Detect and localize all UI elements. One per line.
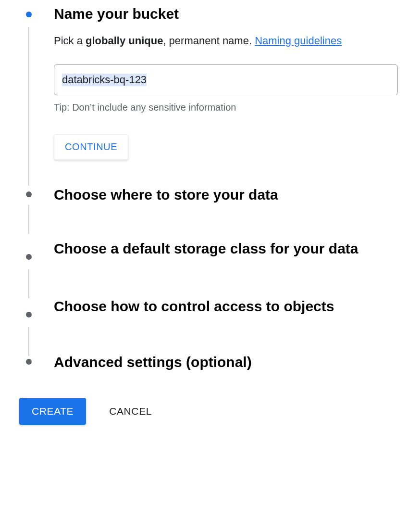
step-title-access[interactable]: Choose how to control access to objects [54, 297, 401, 316]
continue-button[interactable]: CONTINUE [54, 134, 128, 160]
step-location: Choose where to store your data [19, 186, 401, 223]
step-advanced: Advanced settings (optional) [19, 339, 401, 377]
bucket-name-tip: Tip: Don’t include any sensitive informa… [54, 102, 401, 113]
bucket-create-stepper: Name your bucket Pick a globally unique,… [19, 5, 401, 377]
desc-bold: globally unique [86, 35, 163, 47]
desc-suffix: , permanent name. [163, 35, 255, 47]
naming-guidelines-link[interactable]: Naming guidelines [255, 35, 342, 47]
step-name-bucket: Name your bucket Pick a globally unique,… [19, 5, 401, 186]
footer-actions: CREATE CANCEL [19, 398, 401, 425]
step-title-advanced[interactable]: Advanced settings (optional) [54, 353, 401, 371]
step-bullet-icon [26, 254, 32, 260]
create-button[interactable]: CREATE [19, 398, 86, 425]
desc-prefix: Pick a [54, 35, 86, 47]
step-bullet-icon [26, 12, 32, 17]
step-title-name[interactable]: Name your bucket [54, 5, 401, 23]
step-storage-class: Choose a default storage class for your … [19, 223, 401, 281]
step-bullet-icon [26, 191, 32, 197]
step-bullet-icon [26, 359, 32, 365]
bucket-name-input[interactable] [54, 64, 398, 95]
step-description: Pick a globally unique, permanent name. … [54, 35, 401, 47]
step-title-storage-class[interactable]: Choose a default storage class for your … [54, 240, 401, 258]
step-access: Choose how to control access to objects [19, 281, 401, 339]
cancel-button[interactable]: CANCEL [109, 406, 152, 417]
step-title-location[interactable]: Choose where to store your data [54, 186, 401, 204]
step-connector [28, 27, 29, 186]
step-bullet-icon [26, 312, 32, 318]
